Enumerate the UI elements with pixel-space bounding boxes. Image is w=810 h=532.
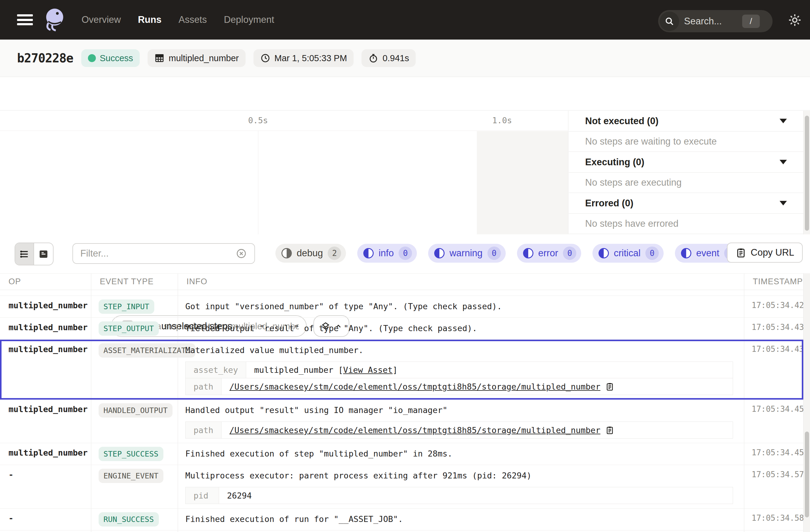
log-row[interactable]: multipled_numberSTEP_SUCCESSFinished exe…: [0, 443, 803, 465]
panel-section-header[interactable]: Not executed (0): [569, 111, 803, 131]
log-timestamp: 17:05:34.585: [744, 509, 803, 530]
job-tag[interactable]: multipled_number: [148, 49, 246, 67]
col-event-type: EVENT TYPE: [91, 274, 178, 290]
copy-url-button[interactable]: Copy URL: [727, 243, 803, 263]
log-op: -: [0, 509, 91, 530]
log-event-type: ENGINE_EVENT: [91, 465, 178, 508]
level-filter-debug[interactable]: debug2: [275, 244, 346, 263]
log-info-text: Multiprocess executor: parent process ex…: [185, 469, 737, 482]
event-type-badge: RUN_SUCCESS: [99, 512, 159, 527]
toggle-icon: [681, 248, 691, 258]
copy-path-icon[interactable]: [605, 425, 614, 435]
log-row[interactable]: multipled_numberSTEP_OUTPUTYielded outpu…: [0, 318, 803, 340]
time-tick-label: 1.0s: [492, 116, 512, 125]
metadata-value-text: multipled_number: [254, 365, 333, 375]
log-row[interactable]: multipled_numberSTEP_INPUTGot input "ver…: [0, 296, 803, 318]
log-event-type: STEP_SUCCESS: [91, 443, 178, 465]
log-table: OP EVENT TYPE INFO TIMESTAMP multipled_n…: [0, 273, 803, 532]
metadata-key: asset_key: [185, 362, 246, 378]
level-label: event: [696, 248, 719, 259]
success-dot-icon: [88, 54, 96, 62]
toggle-icon: [523, 248, 533, 258]
search-input[interactable]: Search... /: [658, 10, 773, 32]
log-structured-view-button[interactable]: [34, 243, 53, 265]
log-op: multipled_number: [0, 340, 91, 399]
clear-filter-icon[interactable]: [236, 248, 247, 259]
gantt-chart: 0.5s1.0s multiple… Type a step subset (e…: [0, 111, 568, 235]
log-info-text: Got input "versioned_number" of type "An…: [185, 300, 737, 313]
hamburger-menu-icon[interactable]: [17, 14, 33, 25]
time-tick-label: 0.5s: [248, 116, 268, 125]
log-info: Finished execution of run for "__ASSET_J…: [178, 509, 744, 530]
log-scrollbar[interactable]: [803, 273, 810, 532]
panel-scrollbar[interactable]: [803, 111, 810, 235]
metadata-key: path: [185, 378, 222, 395]
log-timestamp: 17:05:34.426: [744, 296, 803, 318]
settings-gear-icon[interactable]: [787, 12, 803, 28]
metadata-value: multipled_number[View Asset]: [246, 362, 405, 378]
status-badge: Success: [81, 49, 140, 67]
level-label: warning: [450, 248, 483, 259]
metadata-table: pid26294: [185, 487, 733, 504]
log-row[interactable]: -ENGINE_EVENTProcess for run exited (pid…: [0, 531, 803, 532]
log-row[interactable]: multipled_numberHANDLED_OUTPUTHandled ou…: [0, 400, 803, 443]
nav-item-deployment[interactable]: Deployment: [224, 14, 274, 25]
nav-links: OverviewRunsAssetsDeployment: [82, 14, 274, 25]
level-count-badge: 0: [487, 246, 501, 260]
nav-item-runs[interactable]: Runs: [138, 14, 162, 25]
panel-section-body: No steps are waiting to execute: [569, 131, 803, 152]
toggle-icon: [434, 248, 444, 258]
metadata-key: pid: [185, 487, 219, 504]
panel-scrollbar-thumb[interactable]: [805, 116, 809, 231]
caret-down-icon: [780, 119, 787, 123]
log-info-text: Finished execution of run for "__ASSET_J…: [185, 513, 737, 526]
gantt-toolbar: Hide not started steps Re-execute (multi…: [0, 77, 810, 111]
nav-item-overview[interactable]: Overview: [82, 14, 121, 25]
log-op: multipled_number: [0, 318, 91, 339]
col-info: INFO: [178, 274, 744, 290]
caret-down-icon: [780, 160, 787, 164]
log-row[interactable]: -ENGINE_EVENTMultiprocess executor: pare…: [0, 465, 803, 509]
log-op: multipled_number: [0, 296, 91, 318]
log-op: multipled_number: [0, 400, 91, 443]
toggle-icon: [599, 248, 609, 258]
step-status-panel: Not executed (0)No steps are waiting to …: [569, 111, 803, 235]
level-count-badge: 0: [563, 246, 576, 260]
level-filter-critical[interactable]: critical0: [593, 244, 664, 263]
panel-section-body: No steps have errored: [569, 214, 803, 234]
panel-section-header[interactable]: Executing (0): [569, 152, 803, 173]
metadata-table: path/Users/smackesey/stm/code/elementl/o…: [185, 421, 733, 438]
caret-down-icon: [780, 201, 787, 206]
level-count-badge: 2: [328, 246, 341, 260]
path-link[interactable]: /Users/smackesey/stm/code/elementl/oss/t…: [229, 382, 600, 391]
log-row[interactable]: -RUN_SUCCESSFinished execution of run fo…: [0, 509, 803, 531]
log-row[interactable]: multipled_numberASSET_MATERIALIZAT…Mater…: [0, 340, 803, 400]
log-info: Finished execution of step "multipled_nu…: [178, 443, 744, 465]
gridline: [258, 131, 258, 235]
top-nav: OverviewRunsAssetsDeployment Search... /: [0, 0, 810, 39]
metadata-value: 26294: [219, 487, 260, 504]
log-op: multipled_number: [0, 443, 91, 465]
level-filter-info[interactable]: info0: [357, 244, 417, 263]
view-asset-link[interactable]: [View Asset]: [338, 365, 398, 375]
level-filter-warning[interactable]: warning0: [428, 244, 506, 263]
log-timestamp: 17:05:34.439: [744, 340, 803, 399]
metadata-value: /Users/smackesey/stm/code/elementl/oss/t…: [222, 378, 622, 395]
path-link[interactable]: /Users/smackesey/stm/code/elementl/oss/t…: [229, 425, 600, 435]
dagster-logo-icon[interactable]: [42, 5, 67, 34]
panel-section-header[interactable]: Errored (0): [569, 193, 803, 214]
log-list-view-button[interactable]: [15, 243, 34, 265]
metadata-row: asset_keymultipled_number[View Asset]: [185, 362, 733, 378]
log-info-text: Materialized value multipled_number.: [185, 344, 737, 357]
metadata-table: asset_keymultipled_number[View Asset]pat…: [185, 361, 733, 395]
toggle-icon: [363, 248, 374, 258]
nav-item-assets[interactable]: Assets: [179, 14, 207, 25]
log-scrollbar-thumb[interactable]: [805, 432, 809, 517]
copy-path-icon[interactable]: [605, 382, 614, 391]
level-label: debug: [297, 248, 323, 259]
level-filter-error[interactable]: error0: [517, 244, 581, 263]
col-timestamp: TIMESTAMP: [744, 274, 803, 290]
log-filter-input[interactable]: Filter...: [72, 243, 255, 264]
gantt-overflow-area: [477, 131, 568, 235]
log-info: Got input "versioned_number" of type "An…: [178, 296, 744, 318]
